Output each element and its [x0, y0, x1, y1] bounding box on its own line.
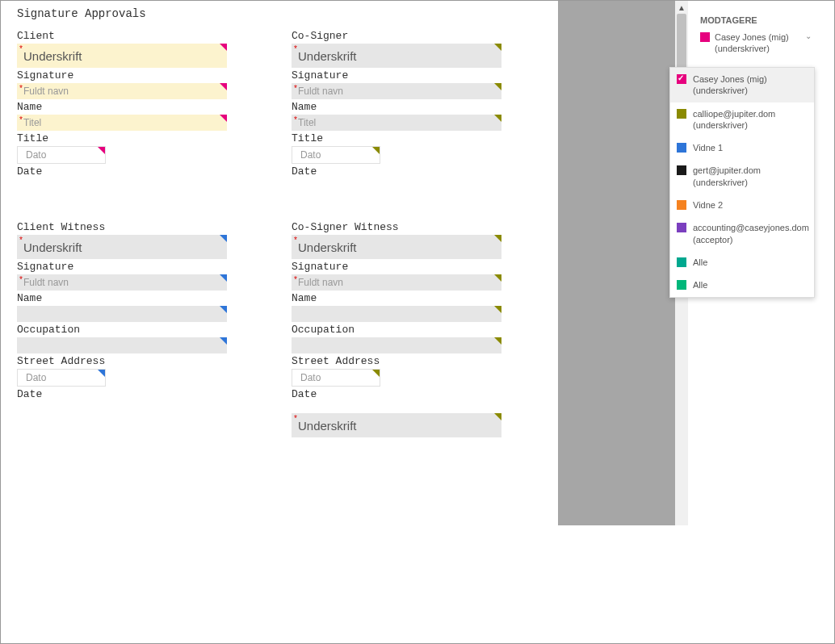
- signature-label: Signature: [292, 69, 501, 82]
- client-header: Client: [17, 30, 227, 42]
- tag-corner-icon: [220, 83, 227, 90]
- color-swatch-icon: [677, 74, 686, 84]
- recipient-label: Casey Jones (mig)(underskriver): [715, 31, 802, 55]
- recipient-option-label: calliope@jupiter.dom(underskriver): [693, 108, 808, 132]
- recipient-option[interactable]: Vidne 2: [670, 194, 814, 216]
- document-canvas: Signature Approvals Client * Underskrift…: [1, 1, 558, 644]
- color-swatch-icon: [700, 32, 710, 42]
- cosigner-witness-header: Co-Signer Witness: [292, 221, 501, 233]
- current-recipient[interactable]: Casey Jones (mig)(underskriver) ⌄: [695, 28, 816, 58]
- csw-date-field[interactable]: Dato: [292, 369, 380, 387]
- signature-label: Signature: [292, 261, 501, 273]
- scroll-up-icon[interactable]: ▲: [675, 1, 688, 14]
- form-title: Signature Approvals: [17, 7, 542, 20]
- cosigner-witness-column: Co-Signer Witness * Underskrift Signatur…: [292, 220, 501, 439]
- recipient-option-label: accounting@caseyjones.dom(acceptor): [693, 222, 809, 245]
- tag-corner-icon: [372, 370, 380, 377]
- cosigner-title-field[interactable]: * Titel: [292, 115, 501, 131]
- date-label: Date: [292, 388, 501, 400]
- recipients-panel: MODTAGERE Casey Jones (mig)(underskriver…: [695, 1, 816, 65]
- cosigner-date-field[interactable]: Dato: [292, 146, 380, 164]
- signature-label: Signature: [17, 69, 227, 82]
- required-icon: *: [294, 236, 297, 245]
- required-icon: *: [19, 44, 23, 53]
- required-icon: *: [294, 44, 297, 53]
- recipient-option[interactable]: Vidne 1: [670, 136, 814, 159]
- tag-corner-icon: [494, 83, 501, 90]
- csw-extra-signature-field[interactable]: * Underskrift: [292, 413, 501, 437]
- tag-corner-icon: [494, 235, 501, 242]
- name-label: Name: [17, 292, 227, 304]
- required-icon: *: [294, 275, 297, 284]
- color-swatch-icon: [677, 257, 686, 267]
- occupation-label: Occupation: [292, 324, 501, 336]
- color-swatch-icon: [677, 223, 686, 232]
- cosigner-signature-field[interactable]: * Underskrift: [292, 44, 501, 68]
- required-icon: *: [294, 84, 297, 93]
- required-icon: *: [294, 414, 297, 423]
- required-icon: *: [19, 84, 23, 93]
- tag-corner-icon: [494, 306, 501, 313]
- client-title-field[interactable]: * Titel: [17, 115, 227, 131]
- required-icon: *: [19, 275, 23, 284]
- date-label: Date: [292, 165, 501, 178]
- tag-corner-icon: [494, 115, 501, 122]
- tag-corner-icon: [372, 147, 380, 154]
- csw-signature-field[interactable]: * Underskrift: [292, 235, 501, 259]
- required-icon: *: [19, 115, 23, 124]
- cw-signature-field[interactable]: * Underskrift: [17, 235, 227, 259]
- color-swatch-icon: [677, 165, 686, 175]
- tag-corner-icon: [220, 235, 227, 242]
- recipient-option-label: gert@jupiter.dom(underskriver): [693, 165, 808, 188]
- tag-corner-icon: [494, 413, 501, 420]
- recipients-header: MODTAGERE: [695, 1, 816, 28]
- csw-name-field[interactable]: * Fuldt navn: [292, 274, 501, 291]
- cw-address-field[interactable]: [17, 337, 227, 353]
- csw-occupation-field[interactable]: [292, 306, 501, 322]
- cosigner-column: Co-Signer * Underskrift Signature * Fuld…: [292, 28, 501, 179]
- color-swatch-icon: [677, 280, 686, 290]
- name-label: Name: [292, 292, 501, 304]
- date-label: Date: [17, 165, 227, 178]
- occupation-label: Occupation: [17, 324, 227, 336]
- title-label: Title: [292, 132, 501, 144]
- tag-corner-icon: [98, 370, 105, 377]
- name-label: Name: [17, 101, 227, 113]
- tag-corner-icon: [220, 115, 227, 122]
- side-gap: [558, 1, 675, 525]
- client-witness-column: Client Witness * Underskrift Signature *…: [17, 220, 227, 439]
- tag-corner-icon: [494, 44, 501, 51]
- recipient-option[interactable]: accounting@caseyjones.dom(acceptor): [670, 216, 814, 251]
- recipient-option-label: Alle: [693, 257, 808, 268]
- recipient-option[interactable]: Casey Jones (mig)(underskriver): [670, 68, 814, 102]
- tag-corner-icon: [220, 274, 227, 282]
- client-date-field[interactable]: Dato: [17, 146, 106, 164]
- title-label: Title: [17, 132, 227, 144]
- client-signature-field[interactable]: * Underskrift: [17, 44, 227, 68]
- tag-corner-icon: [220, 337, 227, 345]
- tag-corner-icon: [220, 44, 227, 51]
- color-swatch-icon: [677, 109, 686, 119]
- required-icon: *: [294, 115, 297, 124]
- chevron-down-icon: ⌄: [805, 31, 812, 40]
- cosigner-name-field[interactable]: * Fuldt navn: [292, 83, 501, 99]
- recipient-option[interactable]: calliope@jupiter.dom(underskriver): [670, 102, 814, 137]
- recipient-option[interactable]: Alle: [670, 274, 814, 296]
- recipient-option-label: Vidne 2: [693, 199, 808, 211]
- client-name-field[interactable]: * Fuldt navn: [17, 83, 227, 99]
- csw-address-field[interactable]: [292, 337, 501, 353]
- cw-date-field[interactable]: Dato: [17, 369, 106, 387]
- color-swatch-icon: [677, 200, 686, 210]
- tag-corner-icon: [494, 274, 501, 282]
- cw-occupation-field[interactable]: [17, 306, 227, 322]
- address-label: Street Address: [292, 355, 501, 367]
- color-swatch-icon: [677, 143, 686, 153]
- client-column: Client * Underskrift Signature * Fuldt n…: [17, 28, 227, 179]
- client-witness-header: Client Witness: [17, 221, 227, 233]
- recipient-option[interactable]: gert@jupiter.dom(underskriver): [670, 159, 814, 194]
- recipient-option[interactable]: Alle: [670, 251, 814, 274]
- required-icon: *: [19, 236, 23, 245]
- cw-name-field[interactable]: * Fuldt navn: [17, 274, 227, 291]
- signature-label: Signature: [17, 261, 227, 273]
- address-label: Street Address: [17, 355, 227, 367]
